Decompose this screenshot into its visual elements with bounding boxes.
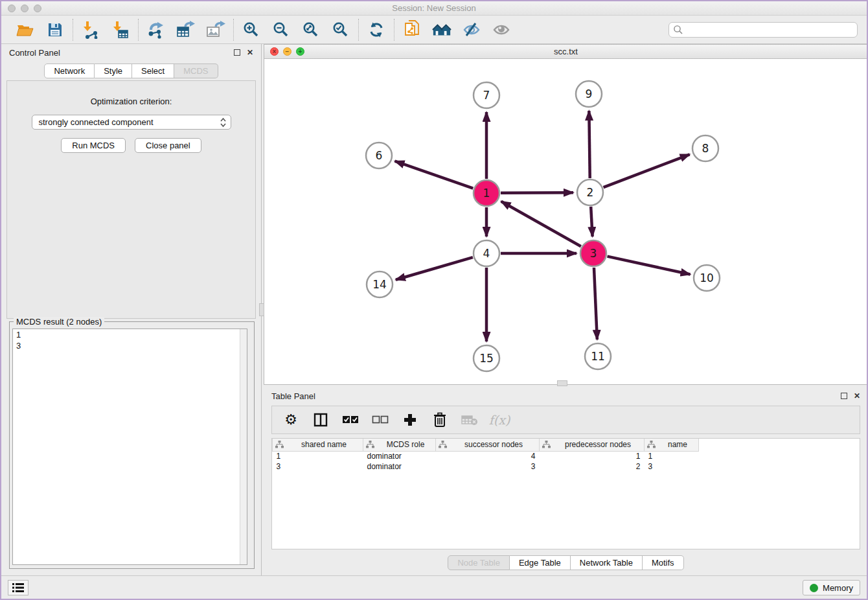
table-cell[interactable]: dominator <box>363 461 436 472</box>
control-panel-title: Control Panel <box>9 48 60 58</box>
optimization-criterion-select[interactable]: strongly connected component <box>32 115 231 130</box>
zoom-out-icon[interactable] <box>271 20 291 40</box>
table-cell[interactable]: 1 <box>540 451 645 461</box>
table-cell[interactable]: dominator <box>363 451 436 461</box>
delete-table-icon[interactable] <box>461 411 478 428</box>
graph-edge-3-1[interactable] <box>501 202 581 246</box>
column-header-name[interactable]: name <box>645 439 699 451</box>
show-all-icon[interactable] <box>492 20 511 40</box>
vertical-splitter-handle[interactable] <box>259 303 264 316</box>
table-toolbar: ⚙ f(x) <box>271 406 860 434</box>
graph-node-label: 6 <box>376 149 383 162</box>
first-neighbors-icon[interactable] <box>432 20 451 40</box>
graph-edge-4-14[interactable] <box>396 257 473 280</box>
close-panel-button[interactable]: Close panel <box>135 138 201 153</box>
graph-edge-2-8[interactable] <box>604 154 690 187</box>
graph-edge-1-6[interactable] <box>395 161 474 189</box>
table-panel-title: Table Panel <box>271 391 315 401</box>
memory-label: Memory <box>823 583 853 593</box>
save-session-icon[interactable] <box>45 20 65 40</box>
tab-edge-table[interactable]: Edge Table <box>510 555 571 570</box>
column-header-MCDS-role[interactable]: MCDS role <box>363 439 436 451</box>
tab-node-table[interactable]: Node Table <box>448 555 510 570</box>
tab-mcds[interactable]: MCDS <box>174 63 218 78</box>
main-toolbar <box>1 16 867 44</box>
optimization-criterion-label: Optimization criterion: <box>7 97 255 106</box>
result-list-item[interactable]: 1 <box>13 329 247 340</box>
table-cell[interactable]: 2 <box>540 461 645 472</box>
network-graph: 7968124314101511 <box>264 59 867 384</box>
import-network-icon[interactable] <box>81 20 100 40</box>
network-window-titlebar[interactable]: × − + scc.txt <box>264 45 867 59</box>
status-bar: Memory <box>1 575 867 599</box>
import-table-icon[interactable] <box>111 20 130 40</box>
tab-style[interactable]: Style <box>95 63 132 78</box>
export-image-icon[interactable] <box>206 20 225 40</box>
table-float-panel-icon[interactable] <box>841 393 847 399</box>
graph-node-label: 2 <box>587 186 594 199</box>
show-column-icon[interactable] <box>312 411 329 428</box>
session-title: Session: New Session <box>1 3 867 13</box>
add-row-icon[interactable] <box>402 411 418 428</box>
column-header-predecessor-nodes[interactable]: predecessor nodes <box>540 439 645 451</box>
export-network-icon[interactable] <box>146 20 166 40</box>
memory-button[interactable]: Memory <box>803 580 860 595</box>
graph-node-label: 15 <box>479 352 494 365</box>
table-header-row: shared nameMCDS rolesuccessor nodesprede… <box>273 439 699 451</box>
result-list-item[interactable]: 3 <box>13 340 247 351</box>
graph-edge-3-10[interactable] <box>607 257 690 275</box>
mcds-result-title: MCDS result (2 nodes) <box>14 317 104 327</box>
open-session-icon[interactable] <box>16 20 35 40</box>
mcds-result-group: MCDS result (2 nodes) 13 <box>9 321 255 569</box>
export-table-icon[interactable] <box>176 20 196 40</box>
table-cell[interactable]: 1 <box>645 451 699 461</box>
deselect-all-icon[interactable] <box>372 411 389 428</box>
graph-edge-1-2[interactable] <box>501 192 573 193</box>
table-close-panel-icon[interactable]: ✕ <box>854 392 860 400</box>
run-mcds-button[interactable]: Run MCDS <box>61 138 126 153</box>
column-header-successor-nodes[interactable]: successor nodes <box>436 439 540 451</box>
tab-network[interactable]: Network <box>44 63 95 78</box>
table-cell[interactable]: 3 <box>645 461 699 472</box>
zoom-in-icon[interactable] <box>242 20 261 40</box>
float-panel-icon[interactable] <box>234 49 240 56</box>
table-options-icon[interactable]: ⚙ <box>282 411 299 428</box>
horizontal-splitter-handle[interactable] <box>557 380 567 386</box>
graph-edge-2-3[interactable] <box>591 207 592 237</box>
table-row[interactable]: 3dominator323 <box>273 461 699 472</box>
search-icon <box>673 25 683 35</box>
function-builder-icon[interactable]: f(x) <box>491 411 508 428</box>
task-history-button[interactable] <box>8 580 29 595</box>
graph-node-label: 8 <box>702 142 709 155</box>
memory-status-icon <box>810 584 818 592</box>
tab-select[interactable]: Select <box>132 63 174 78</box>
graph-edge-2-9[interactable] <box>589 111 589 178</box>
list-icon <box>12 583 24 593</box>
mcds-result-list[interactable]: 13 <box>12 329 247 565</box>
zoom-selected-icon[interactable] <box>331 20 350 40</box>
tab-network-table[interactable]: Network Table <box>571 555 643 570</box>
network-window: × − + scc.txt 7968124314101511 <box>264 44 868 385</box>
search-input[interactable] <box>683 25 853 34</box>
table-cell[interactable]: 3 <box>436 461 540 472</box>
graph-node-label: 11 <box>591 350 605 363</box>
tab-motifs[interactable]: Motifs <box>643 555 684 570</box>
column-header-shared-name[interactable]: shared name <box>273 439 363 451</box>
select-all-icon[interactable] <box>342 411 359 428</box>
table-cell[interactable]: 3 <box>273 461 363 472</box>
table-cell[interactable]: 1 <box>273 451 363 461</box>
node-table: shared nameMCDS rolesuccessor nodesprede… <box>271 438 860 549</box>
close-panel-icon[interactable]: ✕ <box>247 49 253 56</box>
hide-selected-icon[interactable] <box>462 20 481 40</box>
network-canvas[interactable]: 7968124314101511 <box>264 59 867 384</box>
graph-edge-3-11[interactable] <box>594 268 597 340</box>
mcds-panel: Optimization criterion: strongly connect… <box>6 80 256 319</box>
search-box[interactable] <box>668 22 858 38</box>
table-row[interactable]: 1dominator411 <box>273 451 699 461</box>
refresh-layout-icon[interactable] <box>367 20 386 40</box>
copy-network-icon[interactable] <box>402 20 422 40</box>
table-cell[interactable]: 4 <box>436 451 540 461</box>
zoom-fit-icon[interactable] <box>301 20 321 40</box>
result-scrollbar[interactable] <box>240 329 247 564</box>
delete-row-icon[interactable] <box>431 411 448 428</box>
